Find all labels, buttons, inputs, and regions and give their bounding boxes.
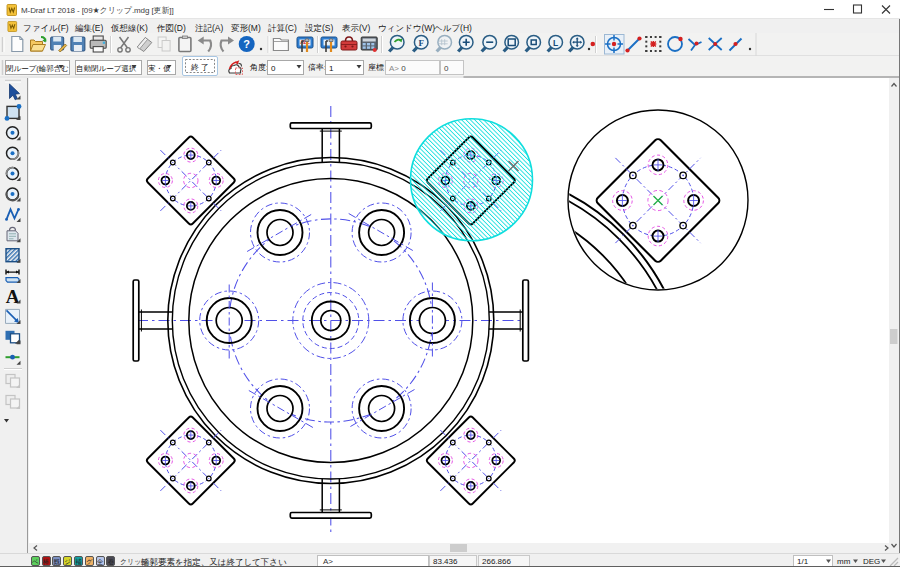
svg-text:A: A <box>6 286 20 307</box>
svg-text:?: ? <box>243 38 250 50</box>
svg-text:F: F <box>418 38 424 48</box>
svg-text:L: L <box>553 38 558 48</box>
